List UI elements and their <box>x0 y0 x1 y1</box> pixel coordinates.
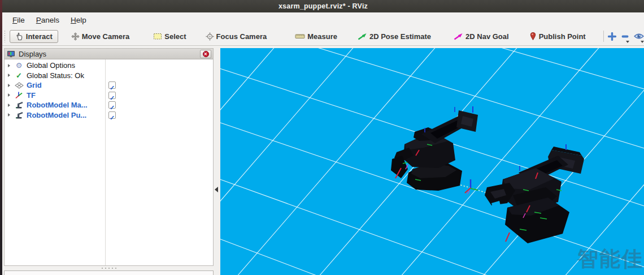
chevron-down-icon <box>641 41 644 43</box>
close-icon <box>203 51 209 57</box>
tool-select[interactable]: Select <box>149 30 190 43</box>
map-pin-icon <box>529 32 537 41</box>
tree-row-global-options[interactable]: Global Options <box>5 61 213 71</box>
tool-2d-pose-estimate[interactable]: 2D Pose Estimate <box>354 30 435 43</box>
zoom-out-button[interactable] <box>621 29 629 44</box>
move-arrows-icon <box>71 32 80 41</box>
tf-checkbox[interactable] <box>108 92 116 99</box>
window-title: xsarm_puppet.rviz* - RViz <box>279 2 368 10</box>
render-view[interactable]: 智能佳 <box>220 48 644 275</box>
zoom-in-button[interactable] <box>608 29 616 44</box>
hand-cursor-icon <box>15 32 24 41</box>
selection-box-icon <box>153 32 162 40</box>
menu-file[interactable]: File <box>7 14 31 26</box>
tf-axes-icon <box>14 91 24 99</box>
robot-icon <box>14 101 24 109</box>
3d-scene <box>220 48 644 275</box>
toolbar: Interact Move Camera Select Focus Camera… <box>2 27 644 46</box>
status-ok-check-icon <box>14 72 24 79</box>
expander-icon[interactable] <box>8 74 10 77</box>
displays-panel: Displays Global Options Global Status: O… <box>4 48 214 266</box>
bottom-panel-edge <box>4 270 214 275</box>
panel-splitter-vertical[interactable] <box>214 46 220 275</box>
robotmodel-master-checkbox[interactable] <box>108 101 116 109</box>
menu-help[interactable]: Help <box>65 14 92 26</box>
tool-interact[interactable]: Interact <box>10 30 58 43</box>
close-panel-button[interactable] <box>200 50 211 58</box>
ruler-icon <box>295 33 305 40</box>
menu-panels[interactable]: Panels <box>31 14 65 26</box>
tree-row-grid[interactable]: Grid <box>5 80 213 91</box>
robotmodel-puppet-checkbox[interactable] <box>108 111 116 119</box>
tool-publish-point[interactable]: Publish Point <box>525 29 590 43</box>
titlebar[interactable]: xsarm_puppet.rviz* - RViz <box>2 0 644 12</box>
tool-focus-camera[interactable]: Focus Camera <box>202 30 271 43</box>
expander-icon[interactable] <box>8 104 10 107</box>
panel-splitter-horizontal[interactable] <box>4 267 214 270</box>
pose-arrow-icon <box>358 33 367 40</box>
minus-icon <box>621 32 629 41</box>
panel-title: Displays <box>19 50 46 58</box>
tree-row-robotmodel-puppet[interactable]: RobotModel Pu... <box>5 110 213 121</box>
toolbar-drag-handle[interactable] <box>4 30 5 42</box>
robot-icon <box>14 111 24 119</box>
nav-arrow-icon <box>454 33 463 40</box>
displays-panel-header[interactable]: Displays <box>5 49 213 59</box>
tree-row-global-status[interactable]: Global Status: Ok <box>5 71 213 81</box>
menubar: File Panels Help <box>2 12 644 27</box>
watermark: 智能佳 <box>577 245 643 273</box>
expander-icon[interactable] <box>8 64 10 67</box>
expander-icon[interactable] <box>8 113 10 117</box>
expander-icon[interactable] <box>8 84 10 87</box>
chevron-down-icon <box>626 41 629 43</box>
displays-tree: Global Options Global Status: Ok Grid TF… <box>5 59 213 265</box>
eye-icon <box>634 33 644 40</box>
tool-measure[interactable]: Measure <box>291 30 341 43</box>
plus-icon <box>608 32 616 41</box>
grid-icon <box>14 82 24 89</box>
gear-icon <box>14 62 24 69</box>
collapse-left-icon <box>215 187 218 192</box>
tool-2d-nav-goal[interactable]: 2D Nav Goal <box>450 30 513 43</box>
tree-row-robotmodel-master[interactable]: RobotModel Ma... <box>5 100 213 110</box>
expander-icon[interactable] <box>8 93 10 97</box>
focus-target-icon <box>206 32 214 41</box>
visibility-button[interactable] <box>634 29 644 44</box>
grid-checkbox[interactable] <box>108 81 116 89</box>
monitor-icon <box>7 50 15 58</box>
tree-row-tf[interactable]: TF <box>5 91 213 101</box>
tool-move-camera[interactable]: Move Camera <box>67 30 134 43</box>
